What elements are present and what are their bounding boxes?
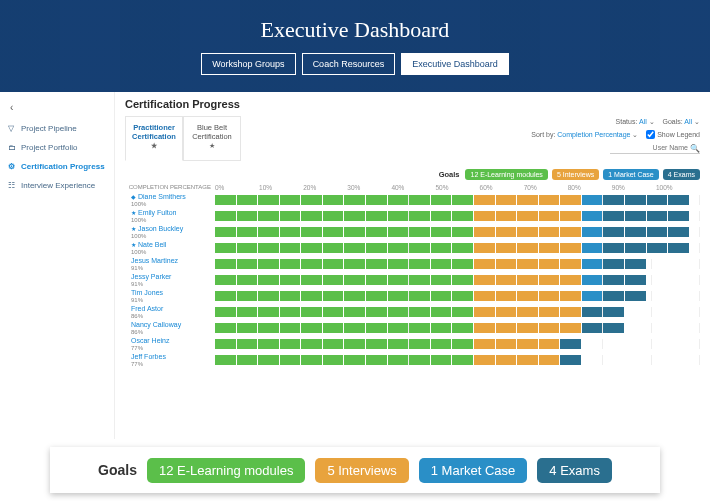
seg-elearning xyxy=(344,227,365,237)
back-button[interactable]: ‹ xyxy=(4,100,110,119)
seg-elearning xyxy=(452,195,473,205)
seg-interviews xyxy=(496,307,517,317)
legend-pill-exams: 4 Exams xyxy=(663,169,700,180)
seg-interviews xyxy=(517,195,538,205)
cert-tab-blue-belt[interactable]: Blue Belt Certification ★ xyxy=(183,116,241,161)
seg-exams xyxy=(560,339,581,349)
row-name[interactable]: Oscar Heinz77% xyxy=(125,337,215,351)
status-filter[interactable]: All xyxy=(639,118,647,125)
seg-elearning xyxy=(301,227,322,237)
axis-label: Completion Percentage xyxy=(125,184,215,191)
seg-elearning xyxy=(215,323,236,333)
seg-interviews xyxy=(560,275,581,285)
tick-label: 60% xyxy=(480,184,524,191)
seg-elearning xyxy=(366,227,387,237)
seg-elearning xyxy=(237,259,258,269)
row-name[interactable]: Tim Jones91% xyxy=(125,289,215,303)
seg-elearning xyxy=(431,227,452,237)
seg-elearning xyxy=(301,243,322,253)
seg-market_case xyxy=(582,259,603,269)
cert-tab-practitioner[interactable]: Practitioner Certification ★ xyxy=(125,116,183,161)
seg-elearning xyxy=(323,275,344,285)
tab-executive-dashboard[interactable]: Executive Dashboard xyxy=(401,53,509,75)
seg-elearning xyxy=(452,339,473,349)
row-name[interactable]: Jessy Parker91% xyxy=(125,273,215,287)
seg-interviews xyxy=(517,355,538,365)
seg-elearning xyxy=(258,291,279,301)
user-search-input[interactable] xyxy=(610,141,700,154)
seg-market_case xyxy=(582,291,603,301)
sort-label: Sort by: xyxy=(531,131,555,138)
diamond-icon xyxy=(131,193,138,200)
seg-elearning xyxy=(452,275,473,285)
seg-elearning xyxy=(323,243,344,253)
seg-elearning xyxy=(258,355,279,365)
sidebar-item-label: Project Portfolio xyxy=(21,143,77,152)
row-name[interactable]: Jesus Martinez91% xyxy=(125,257,215,271)
row-bar-track xyxy=(215,323,700,333)
seg-elearning xyxy=(280,307,301,317)
search-icon[interactable]: 🔍 xyxy=(690,142,700,156)
sidebar-item-interview-experience[interactable]: ☷ Interview Experience xyxy=(4,176,110,195)
row-name[interactable]: Jeff Forbes77% xyxy=(125,353,215,367)
sort-filter[interactable]: Completion Percentage xyxy=(557,131,630,138)
legend-strip: Goals 12 E-Learning modules 5 Interviews… xyxy=(125,169,700,180)
seg-elearning xyxy=(301,275,322,285)
star-icon xyxy=(131,241,138,248)
row-name[interactable]: Nancy Calloway86% xyxy=(125,321,215,335)
seg-interviews xyxy=(539,227,560,237)
seg-elearning xyxy=(431,195,452,205)
seg-elearning xyxy=(388,323,409,333)
row-name[interactable]: Jason Buckley100% xyxy=(125,225,215,239)
row-name[interactable]: Diane Smithers100% xyxy=(125,193,215,207)
tab-workshop-groups[interactable]: Workshop Groups xyxy=(201,53,295,75)
sidebar-item-project-pipeline[interactable]: ▽ Project Pipeline xyxy=(4,119,110,138)
legend-pill-interviews: 5 Interviews xyxy=(552,169,599,180)
tab-coach-resources[interactable]: Coach Resources xyxy=(302,53,396,75)
seg-elearning xyxy=(237,195,258,205)
row-bar-track xyxy=(215,211,700,221)
show-legend-checkbox[interactable] xyxy=(646,130,655,139)
seg-exams xyxy=(647,211,668,221)
sidebar-item-project-portfolio[interactable]: 🗀 Project Portfolio xyxy=(4,138,110,157)
main-layout: ‹ ▽ Project Pipeline 🗀 Project Portfolio… xyxy=(0,92,710,439)
row-name[interactable]: Fred Astor86% xyxy=(125,305,215,319)
seg-elearning xyxy=(215,339,236,349)
chevron-down-icon: ⌄ xyxy=(632,131,640,138)
seg-interviews xyxy=(560,291,581,301)
seg-interviews xyxy=(517,291,538,301)
x-axis: Completion Percentage 0%10%20%30%40%50%6… xyxy=(125,184,700,191)
seg-elearning xyxy=(366,243,387,253)
row-percent: 100% xyxy=(131,217,146,223)
seg-elearning xyxy=(258,227,279,237)
row-name[interactable]: Emily Fulton100% xyxy=(125,209,215,223)
seg-elearning xyxy=(431,355,452,365)
chart-row: Tim Jones91% xyxy=(125,289,700,303)
tick-label: 100% xyxy=(656,184,700,191)
seg-interviews xyxy=(474,195,495,205)
sidebar-item-certification-progress[interactable]: ⚙ Certification Progress xyxy=(4,157,110,176)
seg-interviews xyxy=(474,259,495,269)
seg-elearning xyxy=(323,307,344,317)
seg-elearning xyxy=(344,211,365,221)
row-name[interactable]: Nate Bell100% xyxy=(125,241,215,255)
seg-interviews xyxy=(517,307,538,317)
legend-title: Goals xyxy=(439,170,460,179)
status-label: Status: xyxy=(616,118,638,125)
seg-elearning xyxy=(258,195,279,205)
seg-elearning xyxy=(344,275,365,285)
seg-elearning xyxy=(388,339,409,349)
goals-filter[interactable]: All xyxy=(684,118,692,125)
bottom-title: Goals xyxy=(98,462,137,478)
seg-elearning xyxy=(215,291,236,301)
seg-elearning xyxy=(344,339,365,349)
sidebar-item-label: Interview Experience xyxy=(21,181,95,190)
seg-elearning xyxy=(366,211,387,221)
seg-elearning xyxy=(344,323,365,333)
seg-elearning xyxy=(280,339,301,349)
seg-interviews xyxy=(496,243,517,253)
seg-elearning xyxy=(344,355,365,365)
row-percent: 91% xyxy=(131,281,143,287)
seg-elearning xyxy=(366,323,387,333)
seg-elearning xyxy=(452,323,473,333)
